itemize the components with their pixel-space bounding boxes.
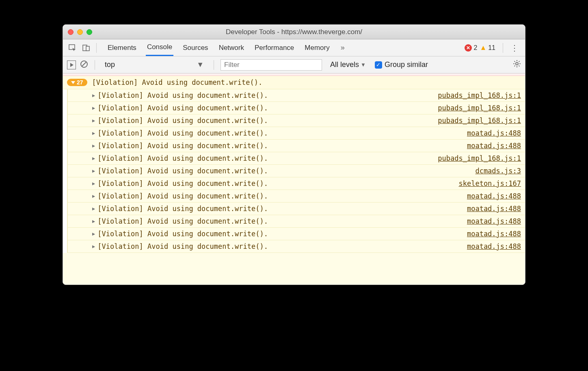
message-text: [Violation] Avoid using document.write()…: [97, 142, 467, 150]
svg-point-5: [516, 63, 518, 65]
message-text: [Violation] Avoid using document.write()…: [97, 217, 467, 225]
devtools-window: Developer Tools - https://www.theverge.c…: [63, 24, 525, 285]
message-source-link[interactable]: pubads_impl_168.js:1: [438, 104, 521, 112]
console-message-row[interactable]: ▶[Violation] Avoid using document.write(…: [68, 228, 525, 240]
close-window-button[interactable]: [68, 29, 74, 35]
window-title: Developer Tools - https://www.theverge.c…: [63, 28, 525, 36]
console-message-row[interactable]: ▶[Violation] Avoid using document.write(…: [68, 215, 525, 228]
device-toolbar-icon[interactable]: [80, 42, 92, 54]
more-tabs-icon[interactable]: »: [341, 43, 345, 52]
tab-memory[interactable]: Memory: [303, 39, 331, 56]
message-source-link[interactable]: moatad.js:488: [467, 242, 521, 250]
tab-console[interactable]: Console: [146, 39, 173, 56]
traffic-lights: [68, 29, 92, 35]
message-text: [Violation] Avoid using document.write()…: [97, 205, 467, 213]
show-console-sidebar-icon[interactable]: [67, 60, 76, 69]
tab-elements[interactable]: Elements: [106, 39, 138, 56]
message-source-link[interactable]: dcmads.js:3: [475, 167, 521, 175]
message-source-link[interactable]: skeleton.js:167: [458, 179, 521, 188]
panel-tabs: Elements Console Sources Network Perform…: [106, 39, 460, 56]
devtools-tabbar: Elements Console Sources Network Perform…: [63, 39, 525, 56]
inspect-element-icon[interactable]: [66, 42, 78, 54]
divider: [214, 60, 214, 70]
group-message: [Violation] Avoid using document.write()…: [92, 78, 263, 86]
console-message-row[interactable]: ▶[Violation] Avoid using document.write(…: [68, 177, 525, 190]
console-message-row[interactable]: ▶[Violation] Avoid using document.write(…: [68, 114, 525, 127]
svg-line-4: [82, 62, 86, 66]
filter-input[interactable]: [220, 59, 322, 71]
message-source-link[interactable]: moatad.js:488: [467, 129, 521, 137]
message-source-link[interactable]: moatad.js:488: [467, 230, 521, 238]
message-rows: ▶[Violation] Avoid using document.write(…: [68, 89, 525, 253]
issue-badges: ✕ 2 ▲ 11: [465, 44, 495, 52]
warning-icon: ▲: [480, 44, 486, 52]
disclosure-triangle-icon[interactable]: ▶: [92, 155, 95, 161]
message-text: [Violation] Avoid using document.write()…: [97, 242, 467, 250]
execution-context-select[interactable]: top ▼: [102, 59, 207, 71]
message-text: [Violation] Avoid using document.write()…: [97, 230, 467, 238]
console-message-row[interactable]: ▶[Violation] Avoid using document.write(…: [68, 240, 525, 253]
message-text: [Violation] Avoid using document.write()…: [97, 116, 438, 125]
group-count: 27: [77, 79, 83, 86]
disclosure-triangle-icon[interactable]: ▶: [92, 218, 95, 224]
console-toolbar: top ▼ All levels ▼ ✓ Group similar: [63, 56, 525, 73]
minimize-window-button[interactable]: [77, 29, 83, 35]
error-icon: ✕: [465, 44, 472, 52]
dropdown-icon: ▼: [361, 62, 366, 68]
checkbox-checked-icon: ✓: [375, 61, 382, 69]
error-count: 2: [473, 44, 477, 52]
message-source-link[interactable]: moatad.js:488: [467, 142, 521, 150]
disclosure-triangle-icon[interactable]: ▶: [92, 206, 95, 211]
titlebar[interactable]: Developer Tools - https://www.theverge.c…: [63, 25, 525, 39]
clear-console-icon[interactable]: [80, 60, 88, 70]
message-source-link[interactable]: pubads_impl_168.js:1: [438, 91, 521, 99]
message-group-header[interactable]: 27 [Violation] Avoid using document.writ…: [63, 76, 525, 89]
settings-icon[interactable]: [513, 60, 521, 70]
disclosure-triangle-icon[interactable]: ▶: [92, 193, 95, 199]
context-label: top: [105, 60, 115, 69]
message-text: [Violation] Avoid using document.write()…: [97, 104, 438, 112]
svg-rect-2: [86, 46, 89, 51]
warning-count-badge[interactable]: ▲ 11: [480, 44, 495, 52]
warning-count: 11: [488, 44, 495, 52]
message-source-link[interactable]: moatad.js:488: [467, 205, 521, 213]
message-source-link[interactable]: pubads_impl_168.js:1: [438, 154, 521, 162]
group-count-badge: 27: [67, 79, 87, 86]
console-message-row[interactable]: ▶[Violation] Avoid using document.write(…: [68, 127, 525, 140]
disclosure-triangle-icon[interactable]: ▶: [92, 105, 95, 111]
console-message-row[interactable]: ▶[Violation] Avoid using document.write(…: [68, 140, 525, 152]
message-source-link[interactable]: pubads_impl_168.js:1: [438, 116, 521, 125]
disclosure-triangle-icon[interactable]: ▶: [92, 130, 95, 136]
console-message-row[interactable]: ▶[Violation] Avoid using document.write(…: [68, 152, 525, 165]
disclosure-triangle-icon[interactable]: ▶: [92, 244, 95, 249]
caret-down-icon: [71, 81, 75, 84]
disclosure-triangle-icon[interactable]: ▶: [92, 93, 95, 98]
message-source-link[interactable]: moatad.js:488: [467, 217, 521, 225]
tab-network[interactable]: Network: [218, 39, 245, 56]
disclosure-triangle-icon[interactable]: ▶: [92, 181, 95, 186]
divider: [96, 43, 97, 53]
disclosure-triangle-icon[interactable]: ▶: [92, 231, 95, 237]
disclosure-triangle-icon[interactable]: ▶: [92, 118, 95, 123]
console-message-row[interactable]: ▶[Violation] Avoid using document.write(…: [68, 190, 525, 203]
disclosure-triangle-icon[interactable]: ▶: [92, 168, 95, 174]
message-text: [Violation] Avoid using document.write()…: [97, 154, 438, 162]
message-source-link[interactable]: moatad.js:488: [467, 192, 521, 200]
error-count-badge[interactable]: ✕ 2: [465, 44, 477, 52]
disclosure-triangle-icon[interactable]: ▶: [92, 143, 95, 149]
tab-performance[interactable]: Performance: [253, 39, 295, 56]
group-similar-checkbox[interactable]: ✓ Group similar: [375, 60, 428, 69]
log-level-select[interactable]: All levels ▼: [330, 60, 366, 69]
divider: [503, 43, 503, 53]
group-gutter: [63, 89, 68, 253]
console-message-row[interactable]: ▶[Violation] Avoid using document.write(…: [68, 89, 525, 102]
console-message-row[interactable]: ▶[Violation] Avoid using document.write(…: [68, 165, 525, 177]
levels-label: All levels: [330, 60, 359, 69]
tab-sources[interactable]: Sources: [182, 39, 209, 56]
console-messages: 27 [Violation] Avoid using document.writ…: [63, 73, 525, 285]
more-menu-icon[interactable]: ⋮: [507, 43, 522, 53]
divider: [95, 60, 95, 70]
maximize-window-button[interactable]: [86, 29, 92, 35]
console-message-row[interactable]: ▶[Violation] Avoid using document.write(…: [68, 203, 525, 215]
console-message-row[interactable]: ▶[Violation] Avoid using document.write(…: [68, 102, 525, 114]
